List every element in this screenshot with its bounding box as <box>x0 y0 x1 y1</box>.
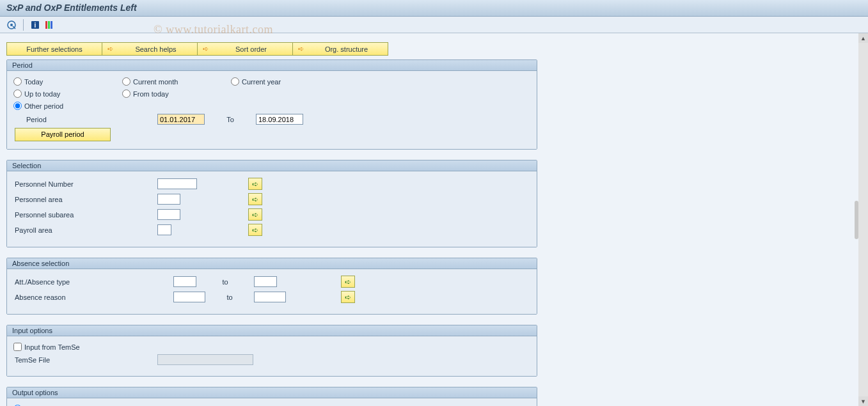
to-label: to <box>205 293 254 301</box>
scroll-down-icon[interactable]: ▼ <box>858 396 868 406</box>
payroll-period-button[interactable]: Payroll period <box>15 128 111 141</box>
radio-current-month-label: Current month <box>133 78 178 86</box>
att-absence-type-from-input[interactable] <box>173 276 196 287</box>
radio-current-month[interactable]: Current month <box>122 77 231 86</box>
input-from-temse-checkbox[interactable]: Input from TemSe <box>13 343 80 351</box>
org-structure-label: Org. structure <box>310 45 383 53</box>
to-label: to <box>196 278 254 286</box>
att-absence-type-label: Att./Absence type <box>13 278 173 286</box>
scrollbar-grip[interactable] <box>855 201 858 239</box>
org-structure-button[interactable]: ➪ Org. structure <box>292 42 388 56</box>
selection-group: Selection Personnel Number ➪ Personnel a… <box>6 160 537 247</box>
multi-select-icon[interactable]: ➪ <box>341 276 355 288</box>
radio-other-period-label: Other period <box>24 102 63 110</box>
multi-select-icon[interactable]: ➪ <box>248 193 262 205</box>
personnel-area-label: Personnel area <box>13 196 157 203</box>
period-header: Period <box>7 60 537 71</box>
radio-up-to-today[interactable]: Up to today <box>13 90 122 98</box>
input-options-group: Input options Input from TemSe TemSe Fil… <box>6 325 537 377</box>
execute-icon[interactable] <box>6 20 17 30</box>
content-area: ▲ ▼ Further selections ➪ Search helps ➪ … <box>0 33 868 406</box>
absence-reason-to-input[interactable] <box>254 292 286 302</box>
temse-file-input <box>157 354 253 365</box>
personnel-area-input[interactable] <box>157 194 180 205</box>
further-selections-button[interactable]: Further selections <box>6 42 102 56</box>
personnel-number-input[interactable] <box>157 178 197 189</box>
radio-up-to-today-label: Up to today <box>24 90 60 98</box>
sort-order-button[interactable]: ➪ Sort order <box>197 42 293 56</box>
radio-current-year[interactable]: Current year <box>231 77 340 86</box>
personnel-subarea-label: Personnel subarea <box>13 211 157 219</box>
absence-selection-group: Absence selection Att./Absence type to ➪… <box>6 258 537 315</box>
personnel-number-label: Personnel Number <box>13 180 157 188</box>
search-helps-button[interactable]: ➪ Search helps <box>102 42 198 56</box>
vertical-scrollbar[interactable]: ▲ ▼ <box>858 33 868 406</box>
absence-header: Absence selection <box>7 258 537 269</box>
selection-buttons-row: Further selections ➪ Search helps ➪ Sort… <box>6 42 838 56</box>
period-from-input[interactable] <box>157 114 205 125</box>
arrow-right-icon: ➪ <box>298 45 304 53</box>
title-bar: SxP and OxP Entitlements Left <box>0 0 868 17</box>
scroll-up-icon[interactable]: ▲ <box>858 33 868 43</box>
input-options-header: Input options <box>7 325 537 336</box>
att-absence-type-to-input[interactable] <box>254 276 277 287</box>
personnel-subarea-input[interactable] <box>157 209 180 220</box>
input-from-temse-label: Input from TemSe <box>24 343 80 351</box>
sort-order-label: Sort order <box>215 45 287 53</box>
svg-rect-6 <box>51 21 52 29</box>
absence-reason-from-input[interactable] <box>173 292 205 302</box>
toolbar-divider <box>23 19 24 31</box>
output-options-group: Output options ALV Display <box>6 387 537 406</box>
radio-current-year-label: Current year <box>242 78 281 86</box>
multi-select-icon[interactable]: ➪ <box>248 208 262 221</box>
svg-point-1 <box>10 24 13 26</box>
multi-select-icon[interactable]: ➪ <box>248 178 262 190</box>
svg-text:i: i <box>35 22 36 29</box>
arrow-right-icon: ➪ <box>203 45 209 53</box>
multi-select-icon[interactable]: ➪ <box>341 291 355 303</box>
radio-from-today[interactable]: From today <box>122 90 231 98</box>
period-label: Period <box>13 116 157 123</box>
temse-file-label: TemSe File <box>13 356 157 364</box>
payroll-area-label: Payroll area <box>13 226 157 234</box>
radio-today-label: Today <box>24 78 43 86</box>
svg-rect-4 <box>45 21 47 29</box>
period-group: Period Today Current month Current year … <box>6 59 537 150</box>
search-helps-label: Search helps <box>120 45 192 53</box>
to-label: To <box>205 116 256 123</box>
absence-reason-label: Absence reason <box>13 293 173 301</box>
arrow-right-icon: ➪ <box>107 45 113 53</box>
further-selections-label: Further selections <box>12 45 97 53</box>
info-icon[interactable]: i <box>30 20 40 30</box>
output-options-header: Output options <box>7 387 537 398</box>
svg-rect-5 <box>48 21 50 29</box>
payroll-area-input[interactable] <box>157 224 171 235</box>
page-title: SxP and OxP Entitlements Left <box>6 3 137 13</box>
radio-today[interactable]: Today <box>13 77 122 86</box>
multi-select-icon[interactable]: ➪ <box>248 224 262 236</box>
radio-from-today-label: From today <box>133 90 169 98</box>
color-bars-icon[interactable] <box>44 20 54 30</box>
application-toolbar: i <box>0 17 868 33</box>
radio-other-period[interactable]: Other period <box>13 102 122 110</box>
period-to-input[interactable] <box>256 114 303 125</box>
selection-header: Selection <box>7 160 537 171</box>
